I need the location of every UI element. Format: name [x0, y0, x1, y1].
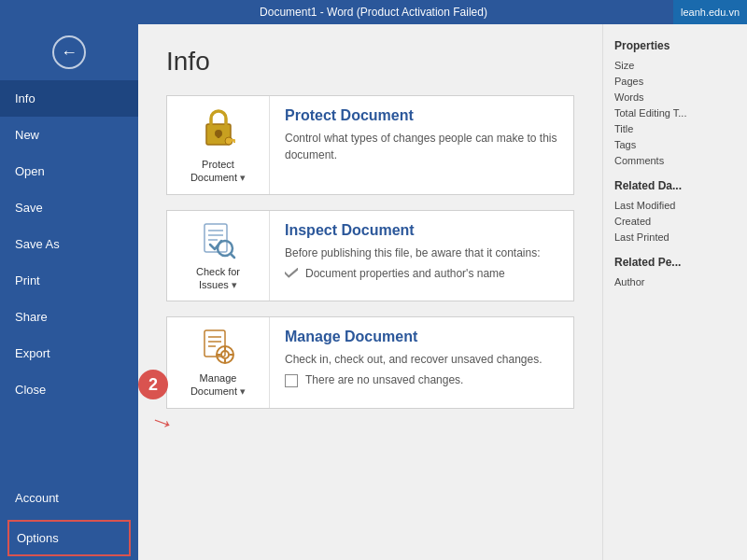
prop-comments: Comments: [614, 155, 736, 166]
unsaved-icon: [285, 374, 298, 387]
protect-icon: [199, 105, 238, 158]
title-bar-text: Document1 - Word (Product Activation Fai…: [260, 6, 487, 19]
protect-document-button[interactable]: ProtectDocument ▾: [167, 96, 270, 194]
related-dates-title: Related Da...: [614, 179, 736, 192]
prop-tags: Tags: [614, 139, 736, 150]
inspect-icon: [199, 220, 238, 265]
inspect-bullet-1: Document properties and author's name: [285, 267, 558, 281]
prop-created: Created: [614, 216, 736, 227]
step-number-badge: 2: [138, 370, 168, 399]
sidebar: ← Info New Open Save Save As Print Share…: [0, 24, 138, 560]
manage-document-body: Manage Document Check in, check out, and…: [270, 317, 573, 408]
back-circle: ←: [52, 35, 86, 69]
manage-document-desc: Check in, check out, and recover unsaved…: [285, 351, 558, 368]
manage-document-card: ManageDocument ▾ Manage Document Check i…: [166, 316, 574, 409]
sidebar-item-save[interactable]: Save: [0, 189, 138, 226]
page-title: Info: [166, 47, 574, 77]
back-button[interactable]: ←: [0, 24, 138, 80]
prop-last-printed: Last Printed: [614, 231, 736, 243]
inspect-document-desc: Before publishing this file, be aware th…: [285, 245, 558, 261]
manage-icon: [199, 327, 238, 371]
sidebar-item-close[interactable]: Close: [0, 371, 138, 408]
protect-document-body: Protect Document Control what types of c…: [270, 96, 573, 194]
inspect-document-title: Inspect Document: [285, 222, 558, 239]
sidebar-item-save-as[interactable]: Save As: [0, 226, 138, 262]
prop-words: Words: [614, 91, 736, 103]
properties-title: Properties: [614, 39, 736, 52]
related-people-title: Related Pe...: [614, 256, 736, 269]
sidebar-item-share[interactable]: Share: [0, 299, 138, 335]
bullet-icon: [285, 268, 298, 281]
prop-size: Size: [614, 60, 736, 71]
prop-total-editing: Total Editing T...: [614, 107, 736, 119]
inspect-document-body: Inspect Document Before publishing this …: [270, 211, 573, 301]
prop-last-modified: Last Modified: [614, 200, 736, 211]
sidebar-item-account[interactable]: Account: [0, 480, 138, 516]
sidebar-item-new[interactable]: New: [0, 117, 138, 153]
manage-document-label: ManageDocument ▾: [190, 371, 246, 399]
manage-document-button[interactable]: ManageDocument ▾: [167, 317, 270, 408]
svg-line-11: [231, 254, 234, 258]
title-bar: Document1 - Word (Product Activation Fai…: [0, 0, 747, 24]
manage-document-title: Manage Document: [285, 329, 558, 345]
sidebar-item-open[interactable]: Open: [0, 153, 138, 189]
sidebar-item-options[interactable]: Options: [7, 520, 131, 556]
prop-title: Title: [614, 123, 736, 134]
manage-bullet-1: There are no unsaved changes.: [285, 373, 558, 387]
check-issues-label: Check forIssues ▾: [196, 265, 240, 292]
inspect-document-card: Check forIssues ▾ Inspect Document Befor…: [166, 210, 574, 302]
protect-document-title: Protect Document: [285, 107, 558, 124]
watermark: leanh.edu.vn: [673, 0, 747, 24]
check-issues-button[interactable]: Check forIssues ▾: [167, 211, 270, 301]
sidebar-item-export[interactable]: Export: [0, 335, 138, 371]
protect-document-label: ProtectDocument ▾: [190, 158, 246, 185]
prop-author: Author: [614, 276, 736, 287]
protect-document-desc: Control what types of changes people can…: [285, 130, 558, 163]
right-panel: Properties Size Pages Words Total Editin…: [602, 24, 747, 560]
svg-rect-2: [217, 133, 219, 138]
svg-rect-5: [233, 141, 235, 143]
sidebar-item-print[interactable]: Print: [0, 262, 138, 299]
protect-document-card: ProtectDocument ▾ Protect Document Contr…: [166, 95, 574, 195]
content-area: Info: [138, 24, 747, 560]
main-content: Info: [138, 24, 602, 560]
prop-pages: Pages: [614, 76, 736, 87]
sidebar-item-info[interactable]: Info: [0, 80, 138, 117]
